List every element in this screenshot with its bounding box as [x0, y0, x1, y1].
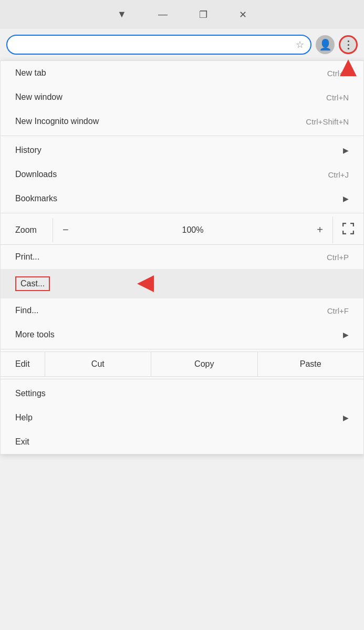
menu-button-wrapper: ⋮	[339, 35, 358, 54]
downloads-label: Downloads	[15, 170, 57, 179]
menu-group-2: History ▶ Downloads Ctrl+J Bookmarks ▶	[1, 138, 363, 211]
address-bar[interactable]: ☆	[6, 35, 311, 55]
menu-group-4: Settings Help ▶ Exit	[1, 381, 363, 454]
zoom-row: Zoom − 100% +	[1, 215, 363, 245]
history-arrow-icon: ▶	[343, 146, 349, 154]
bookmarks-label: Bookmarks	[15, 194, 57, 203]
new-incognito-label: New Incognito window	[15, 117, 99, 126]
fullscreen-icon	[342, 226, 354, 236]
exit-item[interactable]: Exit	[1, 430, 363, 454]
history-item[interactable]: History ▶	[1, 138, 363, 162]
menu-group-1: New tab Ctrl+T New window Ctrl+N New Inc…	[1, 61, 363, 133]
zoom-increase-button[interactable]: +	[307, 216, 332, 243]
more-tools-arrow-icon: ▶	[343, 331, 349, 339]
menu-group-3: Print... Ctrl+P Cast... Find... Ctrl+F M…	[1, 245, 363, 347]
fullscreen-button[interactable]	[333, 215, 363, 244]
cut-button[interactable]: Cut	[45, 352, 151, 376]
zoom-decrease-button[interactable]: −	[53, 216, 78, 243]
history-label: History	[15, 146, 41, 155]
more-options-button[interactable]: ⋮	[339, 35, 358, 54]
close-button[interactable]: ✕	[239, 9, 247, 20]
dropdown-menu: New tab Ctrl+T New window Ctrl+N New Inc…	[0, 60, 364, 455]
divider-3	[1, 349, 363, 349]
profile-button[interactable]: 👤	[316, 35, 335, 54]
bookmarks-item[interactable]: Bookmarks ▶	[1, 187, 363, 211]
downloads-item[interactable]: Downloads Ctrl+J	[1, 162, 363, 187]
new-window-shortcut: Ctrl+N	[326, 93, 349, 102]
settings-label: Settings	[15, 389, 46, 398]
print-item[interactable]: Print... Ctrl+P	[1, 245, 363, 269]
dropdown-button[interactable]: ▼	[117, 9, 127, 20]
divider-4	[1, 379, 363, 379]
copy-button[interactable]: Copy	[151, 352, 257, 376]
more-tools-item[interactable]: More tools ▶	[1, 323, 363, 347]
edit-label: Edit	[1, 352, 45, 376]
divider-2	[1, 213, 363, 213]
exit-label: Exit	[15, 437, 29, 447]
zoom-label: Zoom	[1, 218, 53, 242]
new-incognito-item[interactable]: New Incognito window Ctrl+Shift+N	[1, 109, 363, 133]
new-tab-item[interactable]: New tab Ctrl+T	[1, 61, 363, 85]
new-window-item[interactable]: New window Ctrl+N	[1, 85, 363, 109]
bookmark-icon[interactable]: ☆	[296, 39, 304, 50]
minimize-button[interactable]: —	[158, 9, 168, 20]
restore-button[interactable]: ❐	[199, 9, 207, 20]
edit-row: Edit Cut Copy Paste	[1, 352, 363, 377]
help-arrow-icon: ▶	[343, 414, 349, 422]
zoom-controls: − 100% +	[53, 216, 333, 243]
more-options-icon: ⋮	[343, 38, 354, 51]
new-incognito-shortcut: Ctrl+Shift+N	[306, 117, 349, 126]
print-shortcut: Ctrl+P	[327, 253, 349, 262]
find-shortcut: Ctrl+F	[327, 306, 349, 315]
divider-1	[1, 136, 363, 136]
more-tools-label: More tools	[15, 330, 55, 339]
title-bar: ▼ — ❐ ✕	[0, 0, 364, 29]
help-label: Help	[15, 413, 33, 422]
zoom-value: 100%	[78, 218, 308, 242]
paste-button[interactable]: Paste	[258, 352, 363, 376]
profile-icon: 👤	[319, 38, 332, 51]
new-tab-label: New tab	[15, 68, 46, 78]
settings-item[interactable]: Settings	[1, 381, 363, 406]
cast-label: Cast...	[15, 276, 50, 291]
find-item[interactable]: Find... Ctrl+F	[1, 298, 363, 323]
find-label: Find...	[15, 306, 38, 315]
cast-item[interactable]: Cast...	[1, 269, 363, 298]
address-bar-row: ☆ 👤 ⋮	[0, 29, 364, 60]
print-label: Print...	[15, 252, 39, 262]
downloads-shortcut: Ctrl+J	[328, 170, 349, 179]
bookmarks-arrow-icon: ▶	[343, 194, 349, 203]
new-window-label: New window	[15, 92, 63, 102]
help-item[interactable]: Help ▶	[1, 406, 363, 430]
